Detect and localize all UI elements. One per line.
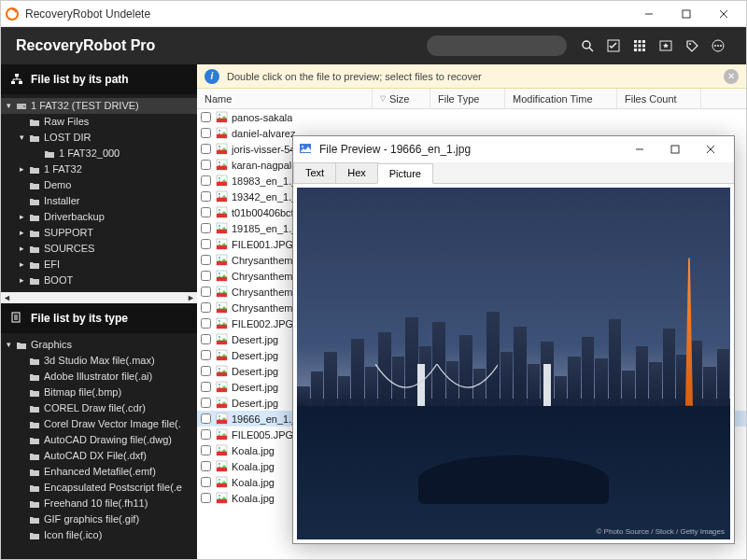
tree-item[interactable]: Enhanced Metafile(.emf) xyxy=(1,464,197,480)
tree-item[interactable]: Bitmap file(.bmp) xyxy=(1,385,197,400)
tab-picture[interactable]: Picture xyxy=(377,163,433,184)
row-checkbox[interactable] xyxy=(201,350,211,360)
tab-hex[interactable]: Hex xyxy=(335,162,378,183)
tree-item[interactable]: Icon file(.ico) xyxy=(1,527,197,543)
more-icon[interactable] xyxy=(707,35,729,57)
preview-maximize-button[interactable] xyxy=(657,136,693,162)
row-checkbox[interactable] xyxy=(201,318,211,329)
row-checkbox[interactable] xyxy=(201,366,211,376)
sitemap-icon xyxy=(10,73,23,86)
tree-item[interactable]: Encapsulated Postscript file(.e xyxy=(1,480,197,496)
row-checkbox[interactable] xyxy=(201,255,211,265)
svg-point-31 xyxy=(23,105,25,107)
table-row[interactable]: panos-sakala xyxy=(197,109,746,125)
tree-item[interactable]: AutoCAD DX File(.dxf) xyxy=(1,448,197,464)
col-mod[interactable]: Modification Time xyxy=(505,89,617,108)
preview-close-button[interactable] xyxy=(693,136,728,162)
preview-window[interactable]: File Preview - 19666_en_1.jpg Text Hex P… xyxy=(292,135,735,544)
sidebar-h-scroll[interactable]: ◄► xyxy=(1,292,197,303)
row-checkbox[interactable] xyxy=(201,223,211,233)
row-checkbox[interactable] xyxy=(201,175,211,186)
preview-minimize-button[interactable] xyxy=(622,136,657,162)
info-close-icon[interactable]: ✕ xyxy=(724,69,739,84)
tree-item[interactable]: ▾LOST DIR xyxy=(1,130,197,146)
svg-point-20 xyxy=(714,45,716,47)
app-header: RecoveryRobot Pro xyxy=(1,27,746,64)
jpg-file-icon xyxy=(215,190,228,203)
row-checkbox[interactable] xyxy=(201,271,211,281)
svg-rect-85 xyxy=(217,372,227,376)
tree-item[interactable]: ▸SUPPORT xyxy=(1,225,197,241)
row-checkbox[interactable] xyxy=(201,445,211,455)
tree-item[interactable]: Installer xyxy=(1,193,197,209)
preview-titlebar[interactable]: File Preview - 19666_en_1.jpg xyxy=(293,136,734,162)
row-checkbox[interactable] xyxy=(201,477,211,487)
grid-icon[interactable] xyxy=(628,35,651,57)
folder-icon xyxy=(28,403,41,414)
svg-rect-24 xyxy=(11,81,15,84)
tree-item[interactable]: 3d Studio Max file(.max) xyxy=(1,353,197,369)
close-button[interactable] xyxy=(705,1,742,27)
tree-item[interactable]: Corel Draw Vector Image file(. xyxy=(1,416,197,432)
col-name[interactable]: Name xyxy=(197,89,373,108)
tree-item[interactable]: Raw Files xyxy=(1,114,197,130)
row-checkbox[interactable] xyxy=(201,302,211,313)
svg-line-6 xyxy=(589,48,593,51)
search-input[interactable] xyxy=(427,35,567,56)
tree-item[interactable]: ▸SOURCES xyxy=(1,241,197,257)
tree-item[interactable]: ▾Graphics xyxy=(1,337,197,353)
row-checkbox[interactable] xyxy=(201,398,211,408)
tag-icon[interactable] xyxy=(681,35,703,57)
minimize-button[interactable] xyxy=(630,1,668,27)
tree-item[interactable]: Demo xyxy=(1,177,197,193)
tree-item[interactable]: COREL Draw file(.cdr) xyxy=(1,400,197,416)
path-tree: ▾1 FAT32 (TEST DRIVE)Raw Files▾LOST DIR1… xyxy=(1,94,197,292)
row-checkbox[interactable] xyxy=(201,382,211,392)
row-checkbox[interactable] xyxy=(201,207,211,217)
row-checkbox[interactable] xyxy=(201,144,211,154)
col-count[interactable]: Files Count xyxy=(617,89,701,108)
col-type[interactable]: File Type xyxy=(430,89,505,108)
file-name: 18983_en_1.jp xyxy=(232,175,300,187)
row-checkbox[interactable] xyxy=(201,239,211,249)
tree-item[interactable]: Adobe Illustrator file(.ai) xyxy=(1,369,197,385)
tree-item[interactable]: ▸Driverbackup xyxy=(1,209,197,225)
check-icon[interactable] xyxy=(602,35,625,57)
svg-point-95 xyxy=(218,415,220,417)
tree-label: Enhanced Metafile(.emf) xyxy=(44,465,156,479)
tree-item[interactable]: AutoCAD Drawing file(.dwg) xyxy=(1,432,197,448)
folder-icon xyxy=(28,387,41,399)
row-checkbox[interactable] xyxy=(201,429,211,440)
svg-rect-25 xyxy=(19,81,22,84)
tab-text[interactable]: Text xyxy=(293,162,336,183)
maximize-button[interactable] xyxy=(668,1,705,27)
tree-item[interactable]: ▸BOOT xyxy=(1,273,197,288)
tree-item[interactable]: ▸EFI xyxy=(1,257,197,273)
sidebar-path-header: File list by its path xyxy=(1,64,197,94)
row-checkbox[interactable] xyxy=(201,334,211,344)
svg-point-98 xyxy=(218,431,220,433)
tree-item[interactable]: GIF graphics file(.gif) xyxy=(1,511,197,527)
os-titlebar: RecoveryRobot Undelete xyxy=(1,1,746,27)
tree-item[interactable]: ▾1 FAT32 (TEST DRIVE) xyxy=(1,98,197,114)
star-icon[interactable] xyxy=(655,35,677,57)
svg-rect-114 xyxy=(671,146,679,153)
row-checkbox[interactable] xyxy=(201,287,211,297)
tree-item[interactable]: Freehand 10 file(.fh11) xyxy=(1,496,197,511)
jpg-file-icon xyxy=(215,206,228,219)
search-icon[interactable] xyxy=(576,35,599,57)
folder-icon xyxy=(28,530,41,541)
row-checkbox[interactable] xyxy=(201,128,211,138)
sidebar-type-header: File list by its type xyxy=(1,303,197,333)
row-checkbox[interactable] xyxy=(201,160,211,170)
row-checkbox[interactable] xyxy=(201,112,211,122)
row-checkbox[interactable] xyxy=(201,493,211,503)
tree-item[interactable]: ▸1 FAT32 xyxy=(1,161,197,177)
tree-label: LOST DIR xyxy=(44,131,92,145)
row-checkbox[interactable] xyxy=(201,461,211,471)
tree-item[interactable]: 1 FAT32_000 xyxy=(1,146,197,161)
col-size[interactable]: ▽Size xyxy=(373,89,430,108)
jpg-file-icon xyxy=(215,111,228,124)
row-checkbox[interactable] xyxy=(201,413,211,424)
row-checkbox[interactable] xyxy=(201,191,211,202)
